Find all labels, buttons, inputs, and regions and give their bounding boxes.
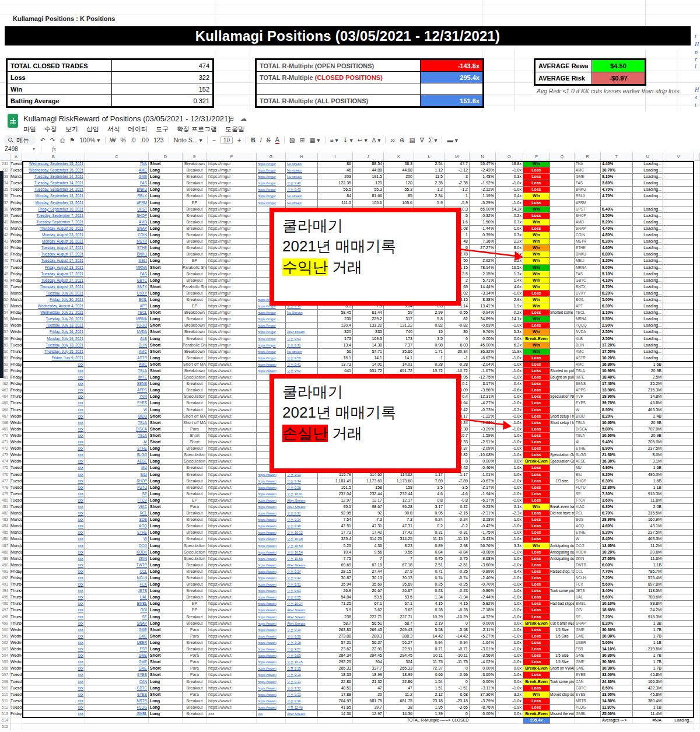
cell[interactable]: 4.70% xyxy=(601,193,633,199)
cell[interactable]: 7.36% xyxy=(470,239,496,245)
cell[interactable]: 740 xyxy=(384,329,414,335)
cell[interactable]: 8.40% xyxy=(601,536,633,542)
cell[interactable]: Thursday, March 11, 2021 xyxy=(10,614,22,621)
cell[interactable]: Long xyxy=(149,271,183,278)
cell[interactable]: No Stream xyxy=(286,310,318,316)
cell[interactable]: Breakout xyxy=(183,245,207,251)
column-header-H[interactable]: H xyxy=(286,153,318,161)
cell[interactable]: 38 xyxy=(384,705,414,711)
cell[interactable]: xxx xyxy=(22,517,85,523)
cell[interactable]: xxx xyxy=(22,478,85,485)
cell[interactable]: Monday, July 19, 2021 xyxy=(10,297,22,303)
cell[interactable] xyxy=(694,226,700,232)
cell[interactable]: 18.8x xyxy=(496,161,523,167)
increase-decimal-icon[interactable]: .00 xyxy=(141,136,149,143)
cell[interactable]: AFRM xyxy=(575,200,601,206)
cell[interactable]: Tuesday, September 14, 2021 xyxy=(22,174,85,180)
cell[interactable]: xxx xyxy=(22,588,85,594)
cell[interactable]: 41.65 xyxy=(318,705,353,711)
cell[interactable]: xxx xyxy=(22,556,85,562)
cell[interactable]: 2.50% xyxy=(601,329,633,335)
cell[interactable] xyxy=(470,251,496,258)
cell[interactable]: -0.2x xyxy=(496,310,523,316)
cell[interactable]: DISCA xyxy=(85,426,149,433)
cell[interactable]: 0.39% xyxy=(470,232,496,239)
cell[interactable]: -0.66 xyxy=(444,672,470,678)
cell[interactable]: 0.0x xyxy=(496,458,523,465)
cell[interactable]: https://www.t xyxy=(257,594,286,601)
cell[interactable]: Speculation xyxy=(183,452,207,458)
number-format-icon[interactable]: 123 xyxy=(153,136,164,143)
footer-cell[interactable] xyxy=(10,717,22,724)
cell[interactable]: -1.9x xyxy=(496,705,523,711)
cell[interactable]: 105.6 xyxy=(384,200,414,206)
cell[interactable]: 1.54 xyxy=(414,679,444,685)
cell[interactable]: https://imgur xyxy=(207,329,257,335)
cell[interactable]: 1.6B xyxy=(633,478,663,485)
cell[interactable]: Friday, September 10, 2021 xyxy=(22,206,85,213)
cell[interactable]: https://www.t xyxy=(207,692,257,698)
cell[interactable] xyxy=(663,213,694,219)
cell[interactable] xyxy=(663,549,694,556)
cell[interactable]: xxx xyxy=(22,381,85,387)
cell[interactable]: Took some prof xyxy=(550,588,575,594)
cell[interactable]: Tuesday, August 10, 2021 xyxy=(10,265,22,271)
cell[interactable]: TECL xyxy=(575,310,601,316)
cell[interactable]: Loading... xyxy=(633,161,663,167)
cell[interactable] xyxy=(663,265,694,271)
column-header-D[interactable]: D xyxy=(149,153,183,161)
cell[interactable] xyxy=(550,329,575,335)
cell[interactable] xyxy=(663,232,694,239)
cell[interactable]: Tuesday, September 14, 2021 xyxy=(10,180,22,187)
cell[interactable]: Loss xyxy=(523,167,550,174)
cell[interactable]: https://imgur xyxy=(207,193,257,199)
cell[interactable] xyxy=(663,278,694,284)
cell[interactable]: https://www.t xyxy=(257,627,286,633)
cell[interactable]: W xyxy=(85,407,149,414)
cell[interactable]: 오전 9:36 xyxy=(286,523,318,530)
cell[interactable]: NCLH xyxy=(85,575,149,582)
cell[interactable]: -7.89 xyxy=(444,478,470,485)
cell[interactable]: https://www.t xyxy=(207,407,257,414)
cell[interactable]: xxx xyxy=(22,400,85,407)
cell[interactable] xyxy=(663,594,694,601)
cell[interactable]: https://www.t xyxy=(257,646,286,653)
cell[interactable] xyxy=(694,213,700,219)
cell[interactable] xyxy=(663,381,694,387)
cell[interactable]: 10.4 xyxy=(318,549,353,556)
cell[interactable]: BMBL xyxy=(575,601,601,607)
cell[interactable]: Breakout xyxy=(183,465,207,471)
cell[interactable]: NVDA xyxy=(85,329,149,335)
cell[interactable]: 오전 9:59 xyxy=(286,653,318,659)
cell[interactable]: Tuesday, August 17, 2021 xyxy=(22,258,85,264)
cell[interactable] xyxy=(663,711,694,717)
cell[interactable]: 67.1 xyxy=(353,601,384,607)
cell[interactable]: 20.6M xyxy=(633,549,663,556)
cell[interactable]: 0.2 xyxy=(414,523,444,530)
cell[interactable]: 30.30% xyxy=(601,659,633,666)
document-title[interactable]: Kullamagi RiskReward of Positions (03/05… xyxy=(23,114,231,123)
cell[interactable]: FCX xyxy=(85,582,149,588)
cell[interactable]: ETHE xyxy=(85,446,149,452)
cell[interactable] xyxy=(550,284,575,290)
cell[interactable]: https://www.t xyxy=(207,621,257,627)
cell[interactable]: https://www.t xyxy=(257,659,286,666)
cell[interactable]: Win xyxy=(523,297,550,303)
cell[interactable]: RCL xyxy=(85,510,149,517)
cell[interactable]: Long xyxy=(149,575,183,582)
cell[interactable]: 98.8M xyxy=(633,601,663,607)
cell[interactable]: Thursday, March 11, 2021 xyxy=(10,594,22,601)
cell[interactable]: 0.00% xyxy=(470,711,496,717)
cell[interactable] xyxy=(663,472,694,478)
cell[interactable]: -0.70% xyxy=(470,582,496,588)
cell[interactable] xyxy=(550,161,575,167)
cell[interactable]: Win xyxy=(523,278,550,284)
cell[interactable]: 130.4 xyxy=(318,323,353,329)
cell[interactable]: -12.31% xyxy=(470,394,496,400)
column-header-E[interactable]: E xyxy=(183,153,207,161)
cell[interactable]: -8.08% xyxy=(470,549,496,556)
cell[interactable]: Loss xyxy=(523,562,550,569)
cell[interactable]: 111.5 xyxy=(318,200,353,206)
cell[interactable]: -0.28 xyxy=(444,607,470,614)
row-number[interactable]: 474 xyxy=(0,458,10,465)
